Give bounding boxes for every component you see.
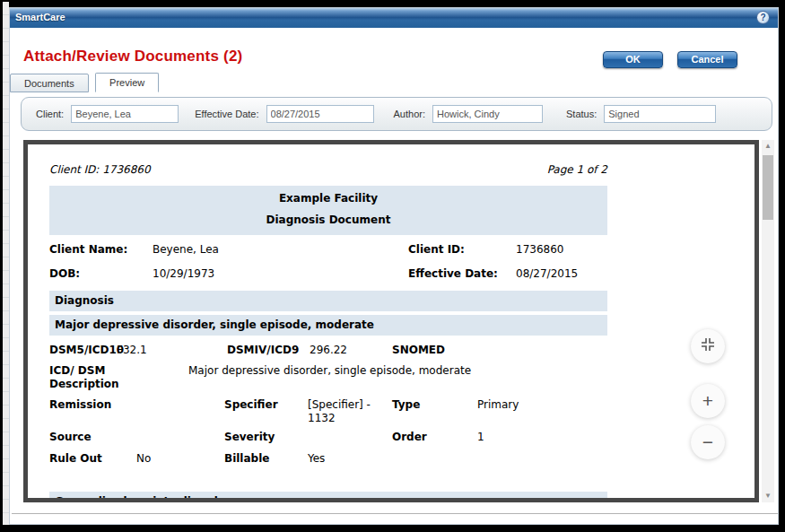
order-label: Order xyxy=(392,431,477,443)
dsm5-label: DSM5/ICD10 xyxy=(49,344,117,356)
billable-label: Billable xyxy=(224,452,308,465)
client-name-label: Client Name: xyxy=(49,243,153,256)
order-value: 1 xyxy=(477,431,484,443)
zoom-out-button[interactable]: − xyxy=(691,425,725,459)
help-icon[interactable]: ? xyxy=(756,11,770,24)
client-info-grid: Client Name: Beyene, Lea Client ID: 1736… xyxy=(49,243,607,280)
rule-out-row: Rule Out No Billable Yes xyxy=(49,452,607,465)
client-input[interactable] xyxy=(71,105,179,123)
client-id-value: 1736860 xyxy=(516,243,607,256)
specifier-value: [Specifier] - 1132 xyxy=(308,398,392,425)
author-label: Author: xyxy=(394,109,425,119)
client-label: Client: xyxy=(36,109,64,119)
background-page-sliver xyxy=(3,2,9,525)
dsm-codes-row: DSM5/ICD10 F32.1 DSMIV/ICD9 296.22 SNOME… xyxy=(49,344,607,356)
tab-documents[interactable]: Documents xyxy=(10,74,89,92)
dob-label: DOB: xyxy=(49,267,153,280)
severity-label: Severity xyxy=(224,431,392,443)
effective-date-doc-label: Effective Date: xyxy=(408,267,516,280)
document-title-block: Example Facility Diagnosis Document xyxy=(49,186,607,235)
dsm5-value: F32.1 xyxy=(117,344,227,356)
attach-review-documents-dialog: SmartCare ? Attach/Review Documents (2) … xyxy=(9,7,779,525)
document-preview-pane: Client ID: 1736860 Page 1 of 2 Example F… xyxy=(12,135,778,514)
screen: SmartCare ? Attach/Review Documents (2) … xyxy=(0,0,785,532)
fit-to-screen-icon xyxy=(701,337,715,355)
type-label: Type xyxy=(392,398,477,425)
document-page: Client ID: 1736860 Page 1 of 2 Example F… xyxy=(23,140,759,502)
scroll-up-icon[interactable]: ▲ xyxy=(762,140,774,153)
effective-date-label: Effective Date: xyxy=(195,109,258,119)
scrollbar-thumb[interactable] xyxy=(763,155,773,220)
cancel-button[interactable]: Cancel xyxy=(677,51,737,68)
doc-page-number: Page 1 of 2 xyxy=(547,163,607,176)
zoom-in-button[interactable]: + xyxy=(691,384,725,418)
window-title: SmartCare xyxy=(10,8,778,22)
dob-value: 10/29/1973 xyxy=(153,267,408,280)
tab-bar: Documents Preview xyxy=(10,73,161,92)
document-type-title: Diagnosis Document xyxy=(49,214,607,226)
ok-button[interactable]: OK xyxy=(603,51,663,68)
scroll-down-icon[interactable]: ▼ xyxy=(762,490,774,502)
icd-dsm-description-value: Major depressive disorder, single episod… xyxy=(188,364,471,391)
effective-date-input[interactable] xyxy=(266,105,374,123)
dsmiv-value: 296.22 xyxy=(310,344,392,356)
remission-row: Remission Specifier [Specifier] - 1132 T… xyxy=(49,398,607,425)
window-titlebar: SmartCare ? xyxy=(10,8,778,28)
dsmiv-label: DSMIV/ICD9 xyxy=(227,344,310,356)
snomed-label: SNOMED xyxy=(392,344,445,356)
author-input[interactable] xyxy=(432,105,543,123)
rule-out-value: No xyxy=(136,452,224,465)
type-value: Primary xyxy=(477,398,519,425)
diagnosis-1-header: Major depressive disorder, single episod… xyxy=(49,315,607,336)
document-topline: Client ID: 1736860 Page 1 of 2 xyxy=(49,163,607,176)
rule-out-label: Rule Out xyxy=(49,452,136,465)
minus-icon: − xyxy=(702,432,713,453)
status-input[interactable] xyxy=(604,105,716,123)
page-title: Attach/Review Documents (2) xyxy=(23,48,242,65)
diagnosis-section-header: Diagnosis xyxy=(49,291,607,311)
client-name-value: Beyene, Lea xyxy=(153,243,408,256)
description-row: ICD/ DSM Description Major depressive di… xyxy=(49,364,607,391)
specifier-label: Specifier xyxy=(224,398,308,425)
billable-value: Yes xyxy=(308,452,325,465)
document-meta-bar: Client: Effective Date: Author: Status: xyxy=(21,97,772,131)
icd-dsm-description-label: ICD/ DSM Description xyxy=(49,364,188,391)
fit-to-screen-button[interactable] xyxy=(691,329,725,363)
facility-name: Example Facility xyxy=(49,192,607,205)
status-label: Status: xyxy=(566,109,597,119)
diagnosis-2-header: Generalized anxiety disorder xyxy=(49,492,607,502)
source-label: Source xyxy=(49,431,224,443)
effective-date-doc-value: 08/27/2015 xyxy=(516,267,607,280)
remission-label: Remission xyxy=(49,398,224,425)
document-content: Client ID: 1736860 Page 1 of 2 Example F… xyxy=(28,144,607,502)
doc-client-id-line: Client ID: 1736860 xyxy=(49,163,151,176)
source-row: Source Severity Order 1 xyxy=(49,431,607,443)
tab-preview[interactable]: Preview xyxy=(95,73,159,92)
preview-scrollbar[interactable]: ▲ ▼ xyxy=(762,140,774,502)
plus-icon: + xyxy=(702,390,713,412)
client-id-label: Client ID: xyxy=(408,243,516,256)
